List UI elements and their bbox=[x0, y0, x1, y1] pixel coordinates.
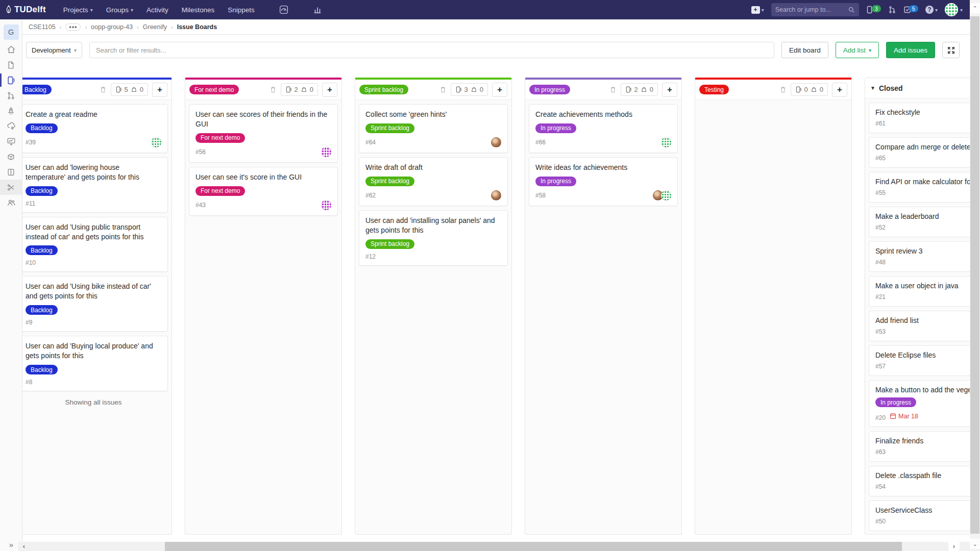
sidebar-item-members[interactable] bbox=[0, 195, 22, 210]
issue-label[interactable]: Backlog bbox=[26, 365, 58, 374]
issue-label[interactable]: For next demo bbox=[195, 186, 245, 196]
sidebar-item-monitor[interactable] bbox=[0, 134, 22, 149]
nav-activity[interactable]: Activity bbox=[146, 6, 168, 14]
issue-label[interactable]: Backlog bbox=[26, 123, 58, 133]
issue-card[interactable]: Write ideas for achievements In progress… bbox=[529, 157, 678, 206]
breadcrumb-project[interactable]: Greenify bbox=[143, 23, 167, 31]
sidebar-item-operations[interactable] bbox=[0, 118, 22, 134]
issue-card[interactable]: Fix checkstyle #61 bbox=[869, 103, 970, 133]
issue-card[interactable]: Delete Eclipse files #57 bbox=[869, 345, 970, 376]
issue-card[interactable]: User can add 'lowering house temperature… bbox=[22, 157, 168, 213]
issue-board: Backlog 5 0 + Create a great readme Back… bbox=[22, 65, 970, 540]
issue-label[interactable]: In progress bbox=[535, 123, 576, 133]
sidebar-item-issues[interactable] bbox=[0, 72, 22, 88]
project-avatar[interactable]: G bbox=[4, 24, 19, 40]
issue-card[interactable]: User can see it's score in the GUI For n… bbox=[189, 167, 338, 216]
delete-list-icon[interactable] bbox=[439, 86, 447, 93]
tudelft-logo[interactable]: TUDelft bbox=[5, 5, 46, 15]
add-issue-to-list-button[interactable]: + bbox=[492, 83, 507, 97]
issue-label[interactable]: Backlog bbox=[26, 305, 58, 315]
issue-card[interactable]: User can add 'installing solar panels' a… bbox=[359, 210, 508, 266]
sidebar-item-home[interactable] bbox=[0, 42, 22, 57]
issue-label[interactable]: Sprint backlog bbox=[365, 123, 414, 133]
issue-card[interactable]: Collect some 'green hints' Sprint backlo… bbox=[359, 104, 508, 153]
gauge-icon[interactable] bbox=[279, 5, 288, 14]
sidebar-item-snippets[interactable] bbox=[0, 180, 22, 195]
help-menu[interactable]: ? ▾ bbox=[925, 6, 938, 14]
issue-card[interactable]: Find API or make calculator for CO2 #55 bbox=[869, 172, 970, 203]
filter-search-input[interactable] bbox=[89, 42, 774, 58]
nav-milestones[interactable]: Milestones bbox=[182, 6, 215, 14]
scroll-up-arrow[interactable]: ⌃ bbox=[970, 3, 980, 13]
nav-projects[interactable]: Projects▾ bbox=[63, 6, 93, 14]
issue-card[interactable]: Write draft of draft Sprint backlog #62 bbox=[359, 157, 508, 206]
issue-label[interactable]: Sprint backlog bbox=[365, 239, 414, 249]
sidebar-item-wiki[interactable] bbox=[0, 164, 22, 180]
breadcrumb-ellipsis-button[interactable]: ••• bbox=[65, 23, 81, 31]
issue-card[interactable]: User can add 'Buying local produce' and … bbox=[22, 336, 168, 391]
horizontal-scrollbar[interactable]: ‹ › bbox=[18, 542, 970, 551]
issue-label[interactable]: For next demo bbox=[195, 133, 245, 143]
issue-card[interactable]: User can add 'Using bike instead of car'… bbox=[22, 276, 168, 332]
issue-label[interactable]: Sprint backlog bbox=[365, 177, 414, 186]
edit-board-button[interactable]: Edit board bbox=[781, 42, 828, 58]
sidebar-item-repository[interactable] bbox=[0, 57, 22, 72]
vertical-scrollbar[interactable]: ⌃ ⌄ bbox=[970, 0, 980, 551]
breadcrumb-subgroup[interactable]: oopp-group-43 bbox=[91, 23, 133, 31]
issue-title: Make a button to add the vegetarian bbox=[875, 386, 970, 394]
issue-label[interactable]: In progress bbox=[535, 177, 576, 186]
horizontal-scrollbar-thumb[interactable] bbox=[165, 542, 902, 551]
global-search-input[interactable] bbox=[775, 6, 848, 13]
add-issue-to-list-button[interactable]: + bbox=[322, 83, 337, 97]
issue-card[interactable]: Compare adn merge or delete old b #65 bbox=[869, 137, 970, 168]
list-label: For next demo bbox=[189, 85, 239, 94]
sidebar-item-cicd[interactable] bbox=[0, 103, 22, 118]
add-list-button[interactable]: Add list▾ bbox=[836, 42, 879, 58]
fullscreen-button[interactable] bbox=[942, 42, 960, 58]
delete-list-icon[interactable] bbox=[779, 86, 787, 93]
nav-groups[interactable]: Groups▾ bbox=[106, 6, 133, 14]
issue-title: Write draft of draft bbox=[365, 163, 501, 172]
new-menu-button[interactable]: + ▾ bbox=[751, 6, 764, 14]
issues-icon bbox=[7, 76, 15, 85]
delete-list-icon[interactable] bbox=[609, 86, 617, 93]
scroll-left-arrow[interactable]: ‹ bbox=[18, 542, 30, 551]
nav-issues-button[interactable]: 3 bbox=[866, 6, 881, 14]
issue-label[interactable]: In progress bbox=[875, 397, 916, 407]
issue-card[interactable]: Finalize friends #63 bbox=[869, 431, 970, 462]
add-issues-button[interactable]: Add issues bbox=[886, 42, 935, 58]
issue-card[interactable]: Create a great readme Backlog #39 bbox=[22, 104, 168, 153]
issue-label[interactable]: Backlog bbox=[26, 186, 58, 196]
scroll-down-arrow[interactable]: ⌄ bbox=[970, 539, 980, 549]
delete-list-icon[interactable] bbox=[100, 86, 107, 93]
issue-card[interactable]: UserServiceClass #50 bbox=[869, 500, 970, 531]
issue-card[interactable]: Delete .classpath file #54 bbox=[869, 466, 970, 496]
add-issue-to-list-button[interactable]: + bbox=[832, 83, 847, 97]
stats-icon[interactable] bbox=[313, 5, 322, 14]
issue-card[interactable]: Make a button to add the vegetarian In p… bbox=[869, 380, 970, 427]
list-header[interactable]: ▼ Closed bbox=[865, 78, 970, 98]
brand-text: TUDelft bbox=[14, 5, 46, 15]
sidebar-item-merge-requests[interactable] bbox=[0, 88, 22, 103]
sidebar-item-packages[interactable] bbox=[0, 149, 22, 164]
issue-card[interactable]: Add friend list #53 bbox=[869, 311, 970, 341]
delete-list-icon[interactable] bbox=[270, 86, 277, 93]
scroll-right-arrow[interactable]: › bbox=[948, 542, 960, 551]
merge-request-icon[interactable] bbox=[888, 6, 896, 14]
issue-card[interactable]: Make a leaderboard #52 bbox=[869, 207, 970, 237]
breadcrumb-group[interactable]: CSE1105 bbox=[29, 23, 56, 31]
nav-snippets[interactable]: Snippets bbox=[228, 6, 255, 14]
issue-card[interactable]: User can add 'Using public transport ins… bbox=[22, 217, 168, 272]
todos-button[interactable]: 5 bbox=[903, 6, 918, 14]
add-issue-to-list-button[interactable]: + bbox=[662, 83, 677, 97]
issue-label[interactable]: Backlog bbox=[26, 245, 58, 255]
issue-card[interactable]: User can see scores of their friends in … bbox=[189, 104, 338, 163]
issue-card[interactable]: Make a user object in java #21 bbox=[869, 276, 970, 307]
issue-card[interactable]: Create achievements methods In progress … bbox=[529, 104, 678, 153]
add-issue-to-list-button[interactable]: + bbox=[152, 83, 167, 97]
board-switcher-select[interactable]: Development ▾ bbox=[26, 42, 82, 58]
user-menu[interactable]: ▾ bbox=[945, 3, 963, 16]
issue-card[interactable]: Sprint review 3 #48 bbox=[869, 241, 970, 272]
vertical-scrollbar-thumb[interactable] bbox=[970, 16, 979, 534]
assignee-avatar bbox=[661, 190, 671, 201]
